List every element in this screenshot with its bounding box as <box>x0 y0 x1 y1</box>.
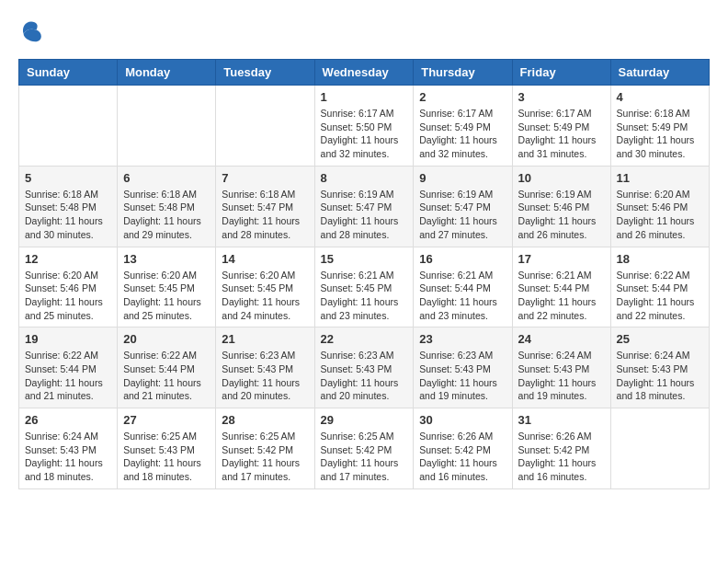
calendar-cell: 24Sunrise: 6:24 AM Sunset: 5:43 PM Dayli… <box>512 327 610 408</box>
day-info: Sunrise: 6:17 AM Sunset: 5:49 PM Dayligh… <box>518 107 605 161</box>
calendar-cell: 1Sunrise: 6:17 AM Sunset: 5:50 PM Daylig… <box>314 86 414 167</box>
day-info: Sunrise: 6:22 AM Sunset: 5:44 PM Dayligh… <box>617 269 703 323</box>
calendar-cell: 30Sunrise: 6:26 AM Sunset: 5:42 PM Dayli… <box>414 408 512 489</box>
day-info: Sunrise: 6:26 AM Sunset: 5:42 PM Dayligh… <box>419 430 506 484</box>
weekday-header-sunday: Sunday <box>19 60 118 86</box>
calendar-cell: 11Sunrise: 6:20 AM Sunset: 5:46 PM Dayli… <box>610 166 709 247</box>
day-info: Sunrise: 6:19 AM Sunset: 5:47 PM Dayligh… <box>321 188 408 242</box>
calendar-cell: 29Sunrise: 6:25 AM Sunset: 5:42 PM Dayli… <box>314 408 414 489</box>
calendar-cell: 9Sunrise: 6:19 AM Sunset: 5:47 PM Daylig… <box>414 166 512 247</box>
calendar-cell <box>19 86 118 167</box>
day-number: 4 <box>617 90 703 104</box>
calendar-cell: 2Sunrise: 6:17 AM Sunset: 5:49 PM Daylig… <box>414 86 512 167</box>
calendar-cell: 31Sunrise: 6:26 AM Sunset: 5:42 PM Dayli… <box>512 408 610 489</box>
day-info: Sunrise: 6:20 AM Sunset: 5:46 PM Dayligh… <box>617 188 703 242</box>
day-number: 23 <box>419 332 506 346</box>
day-info: Sunrise: 6:25 AM Sunset: 5:42 PM Dayligh… <box>321 430 408 484</box>
calendar-cell: 22Sunrise: 6:23 AM Sunset: 5:43 PM Dayli… <box>314 327 414 408</box>
day-info: Sunrise: 6:25 AM Sunset: 5:43 PM Dayligh… <box>123 430 210 484</box>
day-info: Sunrise: 6:22 AM Sunset: 5:44 PM Dayligh… <box>123 349 210 403</box>
calendar-cell <box>118 86 216 167</box>
day-info: Sunrise: 6:18 AM Sunset: 5:48 PM Dayligh… <box>25 188 111 242</box>
day-info: Sunrise: 6:22 AM Sunset: 5:44 PM Dayligh… <box>25 349 111 403</box>
day-number: 6 <box>123 171 210 185</box>
calendar-cell: 23Sunrise: 6:23 AM Sunset: 5:43 PM Dayli… <box>414 327 512 408</box>
calendar-cell: 18Sunrise: 6:22 AM Sunset: 5:44 PM Dayli… <box>610 247 709 327</box>
weekday-header-monday: Monday <box>118 60 216 86</box>
week-row-4: 19Sunrise: 6:22 AM Sunset: 5:44 PM Dayli… <box>19 327 710 408</box>
day-number: 14 <box>222 252 308 266</box>
day-number: 2 <box>419 90 506 104</box>
day-number: 8 <box>321 171 408 185</box>
calendar-cell: 13Sunrise: 6:20 AM Sunset: 5:45 PM Dayli… <box>118 247 216 327</box>
day-info: Sunrise: 6:21 AM Sunset: 5:44 PM Dayligh… <box>419 269 506 323</box>
calendar-cell: 5Sunrise: 6:18 AM Sunset: 5:48 PM Daylig… <box>19 166 118 247</box>
calendar-cell: 10Sunrise: 6:19 AM Sunset: 5:46 PM Dayli… <box>512 166 610 247</box>
day-info: Sunrise: 6:19 AM Sunset: 5:46 PM Dayligh… <box>518 188 605 242</box>
day-number: 7 <box>222 171 308 185</box>
day-info: Sunrise: 6:17 AM Sunset: 5:49 PM Dayligh… <box>419 107 506 161</box>
weekday-header-friday: Friday <box>512 60 610 86</box>
day-number: 22 <box>321 332 408 346</box>
weekday-header-saturday: Saturday <box>610 60 709 86</box>
day-number: 3 <box>518 90 605 104</box>
weekday-header-wednesday: Wednesday <box>314 60 414 86</box>
day-number: 5 <box>25 171 111 185</box>
calendar-cell: 28Sunrise: 6:25 AM Sunset: 5:42 PM Dayli… <box>216 408 314 489</box>
day-info: Sunrise: 6:24 AM Sunset: 5:43 PM Dayligh… <box>617 349 703 403</box>
calendar-cell: 6Sunrise: 6:18 AM Sunset: 5:48 PM Daylig… <box>118 166 216 247</box>
day-number: 27 <box>123 413 210 427</box>
day-number: 30 <box>419 413 506 427</box>
day-number: 24 <box>518 332 605 346</box>
day-number: 15 <box>321 252 408 266</box>
day-info: Sunrise: 6:20 AM Sunset: 5:45 PM Dayligh… <box>222 269 308 323</box>
day-info: Sunrise: 6:21 AM Sunset: 5:45 PM Dayligh… <box>321 269 408 323</box>
calendar-cell: 3Sunrise: 6:17 AM Sunset: 5:49 PM Daylig… <box>512 86 610 167</box>
calendar-cell: 27Sunrise: 6:25 AM Sunset: 5:43 PM Dayli… <box>118 408 216 489</box>
day-info: Sunrise: 6:18 AM Sunset: 5:48 PM Dayligh… <box>123 188 210 242</box>
day-info: Sunrise: 6:23 AM Sunset: 5:43 PM Dayligh… <box>321 349 408 403</box>
day-number: 26 <box>25 413 111 427</box>
day-number: 1 <box>321 90 408 104</box>
day-number: 12 <box>25 252 111 266</box>
day-info: Sunrise: 6:25 AM Sunset: 5:42 PM Dayligh… <box>222 430 308 484</box>
calendar-cell: 26Sunrise: 6:24 AM Sunset: 5:43 PM Dayli… <box>19 408 118 489</box>
calendar-cell: 21Sunrise: 6:23 AM Sunset: 5:43 PM Dayli… <box>216 327 314 408</box>
calendar-cell: 16Sunrise: 6:21 AM Sunset: 5:44 PM Dayli… <box>414 247 512 327</box>
logo-icon <box>18 18 44 44</box>
day-number: 18 <box>617 252 703 266</box>
day-number: 31 <box>518 413 605 427</box>
day-number: 25 <box>617 332 703 346</box>
calendar-cell <box>610 408 709 489</box>
week-row-5: 26Sunrise: 6:24 AM Sunset: 5:43 PM Dayli… <box>19 408 710 489</box>
week-row-3: 12Sunrise: 6:20 AM Sunset: 5:46 PM Dayli… <box>19 247 710 327</box>
day-info: Sunrise: 6:18 AM Sunset: 5:49 PM Dayligh… <box>617 107 703 161</box>
day-number: 10 <box>518 171 605 185</box>
day-info: Sunrise: 6:24 AM Sunset: 5:43 PM Dayligh… <box>518 349 605 403</box>
calendar-cell: 4Sunrise: 6:18 AM Sunset: 5:49 PM Daylig… <box>610 86 709 167</box>
week-row-2: 5Sunrise: 6:18 AM Sunset: 5:48 PM Daylig… <box>19 166 710 247</box>
day-info: Sunrise: 6:19 AM Sunset: 5:47 PM Dayligh… <box>419 188 506 242</box>
day-info: Sunrise: 6:20 AM Sunset: 5:45 PM Dayligh… <box>123 269 210 323</box>
calendar-cell: 20Sunrise: 6:22 AM Sunset: 5:44 PM Dayli… <box>118 327 216 408</box>
calendar-cell: 15Sunrise: 6:21 AM Sunset: 5:45 PM Dayli… <box>314 247 414 327</box>
day-number: 28 <box>222 413 308 427</box>
day-info: Sunrise: 6:24 AM Sunset: 5:43 PM Dayligh… <box>25 430 111 484</box>
day-number: 20 <box>123 332 210 346</box>
day-number: 9 <box>419 171 506 185</box>
day-number: 13 <box>123 252 210 266</box>
page-header <box>18 18 710 44</box>
day-info: Sunrise: 6:18 AM Sunset: 5:47 PM Dayligh… <box>222 188 308 242</box>
week-row-1: 1Sunrise: 6:17 AM Sunset: 5:50 PM Daylig… <box>19 86 710 167</box>
day-info: Sunrise: 6:23 AM Sunset: 5:43 PM Dayligh… <box>222 349 308 403</box>
weekday-header-tuesday: Tuesday <box>216 60 314 86</box>
day-info: Sunrise: 6:26 AM Sunset: 5:42 PM Dayligh… <box>518 430 605 484</box>
calendar-table: SundayMondayTuesdayWednesdayThursdayFrid… <box>18 59 710 489</box>
calendar-cell: 14Sunrise: 6:20 AM Sunset: 5:45 PM Dayli… <box>216 247 314 327</box>
calendar-cell: 8Sunrise: 6:19 AM Sunset: 5:47 PM Daylig… <box>314 166 414 247</box>
day-info: Sunrise: 6:21 AM Sunset: 5:44 PM Dayligh… <box>518 269 605 323</box>
calendar-cell: 17Sunrise: 6:21 AM Sunset: 5:44 PM Dayli… <box>512 247 610 327</box>
calendar-cell <box>216 86 314 167</box>
day-number: 11 <box>617 171 703 185</box>
weekday-header-row: SundayMondayTuesdayWednesdayThursdayFrid… <box>19 60 710 86</box>
